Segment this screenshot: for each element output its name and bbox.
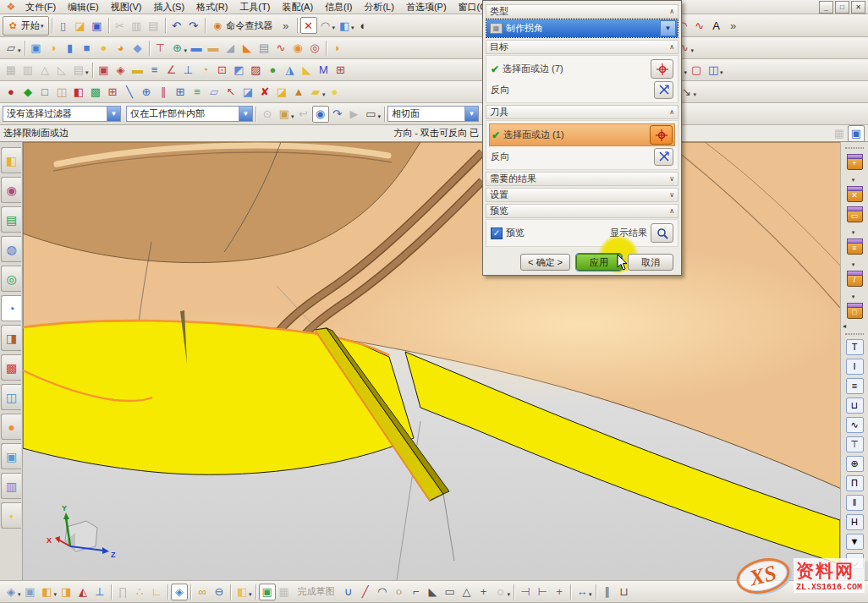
view-orient-dropdown-icon[interactable]: ▾ <box>332 25 336 31</box>
layer-stack-icon[interactable]: ≡ <box>189 84 206 101</box>
arrangement-dropdown-icon[interactable]: ▾ <box>249 591 252 598</box>
mold-pocket-icon[interactable]: □ <box>847 306 863 319</box>
chevron-down-icon[interactable]: ▼ <box>107 107 120 121</box>
paste-icon[interactable]: ▤ <box>146 17 162 34</box>
cut-icon[interactable]: ✂ <box>112 17 129 34</box>
toolbar-grip[interactable] <box>845 333 864 335</box>
mold-parting-dropdown-icon[interactable]: ▾ <box>852 229 855 236</box>
sketch-env-icon[interactable]: ▣ <box>259 584 276 600</box>
corner-constraint-icon[interactable]: ⊔ <box>616 584 633 600</box>
web-browser-tab-icon[interactable]: ◍ <box>1 236 21 262</box>
pick-box-dropdown-icon[interactable]: ▾ <box>291 113 294 120</box>
chevron-down-icon[interactable]: ∨ <box>669 191 674 199</box>
menu-item-1[interactable]: 编辑(E) <box>62 0 105 15</box>
overflow-icon[interactable]: » <box>725 17 742 34</box>
sketch-icon[interactable]: ▱ <box>3 40 19 57</box>
pencil-box-icon[interactable]: ▰ <box>307 84 324 101</box>
overflow-icon[interactable]: » <box>277 17 294 34</box>
pick-box-icon[interactable]: ▣ <box>276 106 293 123</box>
selected-face-yellow-left[interactable] <box>23 321 414 474</box>
sketch-chamfer-icon[interactable]: ◣ <box>425 584 442 600</box>
color-map-icon[interactable]: ▩ <box>87 84 104 101</box>
books-icon[interactable]: ◧ <box>70 84 87 101</box>
apply-button[interactable]: 应用 <box>576 254 622 271</box>
sketch-rectangle-icon[interactable]: ▭ <box>442 584 459 600</box>
undo-small-icon[interactable]: ↩ <box>295 106 312 123</box>
command-finder-button[interactable]: ◉ 命令查找器 <box>208 16 277 36</box>
blend-corner-icon[interactable]: ◗ <box>329 40 346 57</box>
minimize-button[interactable]: _ <box>819 1 833 14</box>
shaded-view-dropdown-icon[interactable]: ▾ <box>351 25 354 31</box>
red-frame-icon[interactable]: ▢ <box>688 62 705 79</box>
sheets-icon[interactable]: ▤ <box>255 40 272 57</box>
calculator-icon[interactable]: ⊞ <box>332 62 349 79</box>
protractor-icon[interactable]: ◔ <box>197 62 214 79</box>
mold-init-icon[interactable]: + <box>847 157 863 170</box>
pattern-component-icon[interactable]: ▣ <box>22 584 39 600</box>
green-diamond-icon[interactable]: ◆ <box>19 84 36 101</box>
revolve-icon[interactable]: ◑ <box>45 40 62 57</box>
thicken-icon[interactable]: ◎ <box>306 40 323 57</box>
menu-item-5[interactable]: 工具(T) <box>233 0 276 15</box>
make-corner-icon[interactable]: + <box>551 584 568 600</box>
post-icon[interactable]: H <box>846 514 864 530</box>
grid-box-icon[interactable]: ⊞ <box>172 84 189 101</box>
show-result-button[interactable] <box>651 223 673 243</box>
mold-init-dropdown-icon[interactable]: ▾ <box>852 177 855 184</box>
pencil-box-dropdown-icon[interactable]: ▾ <box>322 91 326 98</box>
cancel-button[interactable]: 取消 <box>628 254 673 271</box>
restore-button[interactable]: □ <box>835 1 849 14</box>
close-button[interactable]: ✕ <box>851 1 865 14</box>
target-section-header[interactable]: 目标∧ <box>486 40 678 54</box>
reverse-direction-button[interactable] <box>654 81 673 99</box>
boss-icon[interactable]: ⊕ <box>169 40 186 57</box>
target-select-row[interactable]: ✔ 选择面或边 (7) <box>489 58 675 79</box>
cube-outline-icon[interactable]: □ <box>36 84 53 101</box>
settings-section-header[interactable]: 设置∨ <box>486 188 678 202</box>
result-section-header[interactable]: 需要的结果∨ <box>486 172 678 186</box>
stamp-icon[interactable]: ▲ <box>290 84 307 101</box>
sketch-circle-icon[interactable]: ○ <box>391 584 408 600</box>
people-tab-icon[interactable]: ● <box>1 414 21 440</box>
point-snap-icon[interactable]: ⊕ <box>138 84 155 101</box>
plane-pen-icon[interactable]: ◪ <box>239 84 256 101</box>
roles-tab-icon[interactable]: ◨ <box>1 325 21 351</box>
face-box-icon[interactable]: ◫ <box>53 84 70 101</box>
constraint-navigator-tab-icon[interactable]: ◉ <box>1 177 21 203</box>
toolbar-grip[interactable] <box>845 147 864 149</box>
screw-icon[interactable]: T <box>846 339 864 355</box>
insert-icon[interactable]: ⊤ <box>846 436 864 452</box>
draft-gray-icon[interactable]: ◺ <box>53 62 70 79</box>
analysis-box-icon[interactable]: ▣ <box>96 62 113 79</box>
graphics-window[interactable]: Y X Z ◧◉▤◍◎◔◨▩◫●▣▥⋆ +▾✕▭▾≡▾/▾□ ◂ TI≡⊔∿⊤⊕… <box>0 142 868 580</box>
sketch-dropdown-icon[interactable]: ▾ <box>18 47 21 54</box>
layers-icon[interactable]: ≡ <box>846 378 864 394</box>
sketch-grid-icon[interactable]: ▦ <box>276 584 293 600</box>
sketch-polygon-icon[interactable]: △ <box>459 584 475 600</box>
internet-page-tab-icon[interactable]: ◎ <box>1 266 21 292</box>
grid-toggle-icon[interactable]: ▦ <box>831 125 848 142</box>
selection-filter-dropdown[interactable]: 没有选择过滤器▼ <box>3 106 121 122</box>
wedge-icon[interactable]: ◢ <box>222 40 239 57</box>
corner-yellow-icon[interactable]: ◣ <box>299 62 316 79</box>
blend-shape-dropdown-icon[interactable]: ▾ <box>684 69 688 76</box>
undo-icon[interactable]: ↶ <box>168 17 185 34</box>
stack-gray-icon[interactable]: ▤ <box>70 62 87 79</box>
marquee-icon[interactable]: ▭ <box>363 106 380 123</box>
sketch-shape-icon[interactable]: ◌ <box>492 584 509 600</box>
mold-list-icon[interactable]: ≡ <box>847 242 863 255</box>
color-sphere-icon[interactable]: ● <box>265 62 282 79</box>
preview-checkbox[interactable]: ✓ <box>491 227 503 239</box>
diamond-grid-icon[interactable]: ◈ <box>113 62 129 79</box>
explode-dots-icon[interactable]: ∴ <box>131 584 148 600</box>
delete-icon[interactable]: ✘ <box>256 84 273 101</box>
quick-trim-icon[interactable]: ⊣ <box>517 584 534 600</box>
new-part-icon[interactable]: ▯ <box>55 17 72 34</box>
context-dropdown-icon[interactable]: ▾ <box>18 591 21 598</box>
sketch-line-icon[interactable]: ╱ <box>357 584 374 600</box>
collapse-left-icon[interactable]: ◂ <box>843 322 846 330</box>
text-icon[interactable]: A <box>708 17 725 34</box>
image-gallery-tab-icon[interactable]: ▣ <box>1 443 21 469</box>
save-icon[interactable]: ▣ <box>89 17 106 34</box>
parallel-lines-icon[interactable]: ∥ <box>155 84 172 101</box>
